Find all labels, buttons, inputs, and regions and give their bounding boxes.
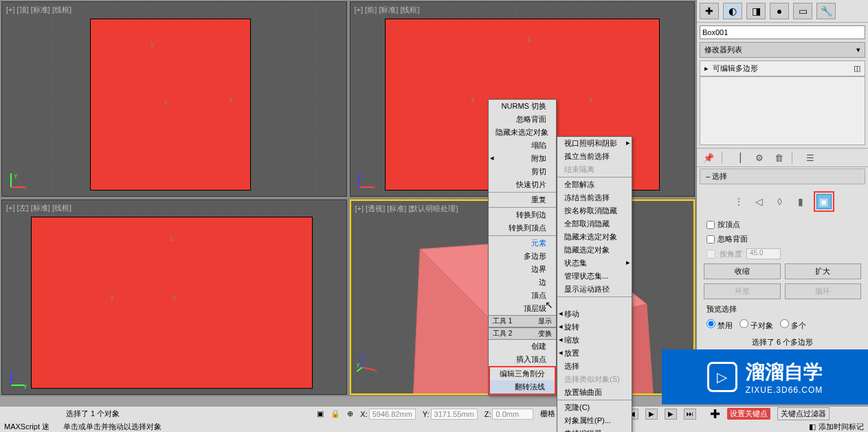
transform-icon[interactable]: ⊕ (347, 409, 353, 418)
coord-z[interactable]: Z:0.0mm (485, 409, 534, 420)
command-panel: ✚ ◐ ◨ ● ▭ 🔧 Box001 修改器列表▾ ▸可编辑多边形◫ 📌 ⎮ ⚙… (696, 0, 868, 399)
menu-item[interactable]: 重复 (489, 193, 556, 206)
menu-item[interactable]: 附加 (489, 152, 556, 165)
menu-item[interactable]: 塌陷 (489, 139, 556, 152)
hierarchy-tab-icon[interactable]: ◨ (746, 3, 766, 19)
menu-item[interactable]: 克隆(C) (557, 401, 632, 414)
menu-item[interactable]: 多边形 (489, 250, 556, 263)
coord-y[interactable]: Y:3171.55mm (423, 409, 478, 420)
modify-tab-icon[interactable]: ◐ (723, 3, 742, 19)
object-plane-top[interactable] (90, 19, 251, 191)
grow-button[interactable]: 扩大 (785, 263, 862, 279)
object-name-field[interactable]: Box001 (700, 25, 865, 39)
axis-gizmo-left: zy (8, 368, 28, 389)
menu-item[interactable]: 隐藏选定对象 (557, 244, 632, 257)
menu-item[interactable]: 隐藏未选定对象 (489, 126, 556, 139)
menu-item[interactable]: 忽略背面 (489, 113, 556, 126)
viewport-front-label[interactable]: [+] [前] [标准] [线框] (355, 5, 420, 15)
create-tab-icon[interactable]: ✚ (700, 3, 719, 19)
set-key-plus-icon[interactable]: ✚ (710, 407, 720, 422)
play-icon[interactable]: ▶ (645, 409, 658, 420)
remove-icon[interactable]: 🗑 (772, 151, 785, 164)
set-key-button[interactable]: 设置关键点 (727, 408, 770, 420)
menu-item[interactable]: 快速切片 (489, 178, 556, 191)
menu-item[interactable]: 转换到边 (489, 208, 556, 222)
border-mode-icon[interactable]: ◊ (772, 194, 788, 209)
goto-end-icon[interactable]: ⏭ (684, 409, 696, 420)
modifier-stack-item[interactable]: ▸可编辑多边形◫ (700, 61, 865, 76)
radio-disable[interactable]: 禁用 (706, 319, 733, 331)
watermark-play-icon: ▷ (707, 362, 737, 392)
menu-item[interactable]: 放置 (557, 347, 632, 360)
menu-item[interactable]: 全部解冻 (557, 178, 632, 191)
menu-item[interactable]: 冻结当前选择 (557, 191, 632, 204)
menu-item[interactable]: 状态集 (557, 257, 632, 270)
edge-mode-icon[interactable]: ◁ (752, 194, 767, 209)
menu-item[interactable]: 管理状态集... (557, 270, 632, 283)
menu-item[interactable]: 剪切 (489, 165, 556, 178)
viewport-persp-label[interactable]: [+] [透视] [标准] [默认明暗处理] (355, 204, 458, 214)
viewport-left-label[interactable]: [+] [左] [标准] [线框] (6, 203, 71, 213)
pin-icon[interactable]: 📌 (702, 151, 715, 164)
modifier-stack-area[interactable] (700, 76, 865, 145)
expand-icon[interactable]: ▸ (704, 64, 709, 73)
selection-info: 选择了 1 个对象 (66, 409, 120, 419)
coord-x[interactable]: X:5946.82mm (360, 409, 416, 420)
element-mode-icon[interactable]: ▣ (816, 194, 832, 209)
shrink-button[interactable]: 收缩 (704, 263, 781, 279)
axis-y: y (151, 41, 154, 48)
vertex-mode-icon[interactable]: ⋮ (731, 194, 746, 209)
maxscript-label[interactable]: MAXScript 迷 (4, 422, 49, 432)
quad-menu-left[interactable]: NURMS 切换 忽略背面 隐藏未选定对象 塌陷 附加 剪切 快速切片 重复 转… (488, 99, 557, 396)
menu-item[interactable]: 孤立当前选择 (557, 150, 632, 163)
isolate-icon[interactable]: ▣ (317, 409, 324, 418)
menu-item[interactable]: 编辑三角剖分 (490, 367, 555, 380)
utilities-tab-icon[interactable]: 🔧 (816, 3, 836, 19)
menu-item[interactable]: 边界 (489, 263, 556, 276)
menu-item[interactable]: 选择 (557, 360, 632, 373)
menu-item[interactable]: 隐藏未选定对象 (557, 230, 632, 244)
viewport-top[interactable]: [+] [顶] [标准] [线框] y x z yx (1, 1, 347, 197)
modifier-list-dropdown[interactable]: 修改器列表▾ (700, 42, 865, 58)
menu-item[interactable]: 创建 (489, 340, 556, 353)
object-plane-left[interactable] (31, 217, 313, 389)
menu-header: 工具 2变换 (489, 327, 556, 340)
menu-item-hover[interactable]: 翻转法线 (490, 380, 555, 393)
show-result-icon[interactable]: ⎮ (734, 151, 746, 164)
menu-item[interactable]: 曲线编辑器... (557, 427, 632, 432)
quad-menu-right[interactable]: 视口照明和阴影 孤立当前选择 结束隔离 全部解冻 冻结当前选择 按名称取消隐藏 … (557, 136, 632, 432)
radio-subobj[interactable]: 子对象 (739, 319, 773, 331)
menu-item[interactable]: 放置轴曲面 (557, 386, 632, 399)
ignore-backfacing-checkbox[interactable]: 忽略背面 (697, 232, 868, 246)
menu-item[interactable]: 边 (489, 276, 556, 289)
menu-item[interactable]: 缩放 (557, 334, 632, 347)
viewport-top-label[interactable]: [+] [顶] [标准] [线框] (6, 5, 71, 15)
polygon-mode-icon[interactable]: ▮ (793, 194, 808, 209)
radio-multiple[interactable]: 多个 (780, 319, 806, 331)
motion-tab-icon[interactable]: ● (770, 3, 789, 19)
configure-icon[interactable]: ☰ (804, 151, 816, 164)
menu-item[interactable]: 移动 (557, 307, 632, 321)
time-tag-icon[interactable]: ◧ (809, 422, 816, 431)
menu-item[interactable]: 视口照明和阴影 (557, 137, 632, 150)
menu-item[interactable]: 旋转 (557, 321, 632, 334)
lock-icon[interactable]: 🔒 (331, 409, 340, 418)
menu-item[interactable]: 插入顶点 (489, 353, 556, 366)
menu-item[interactable]: 全部取消隐藏 (557, 217, 632, 230)
unique-icon[interactable]: ⚙ (753, 151, 766, 164)
axis-x: x (229, 96, 232, 103)
menu-item[interactable]: NURMS 切换 (489, 100, 556, 113)
rollout-selection[interactable]: – 选择 (700, 169, 865, 184)
key-filter-button[interactable]: 关键点过滤器 (777, 407, 830, 420)
svg-text:y: y (14, 172, 17, 178)
add-time-marker[interactable]: 添加时间标记 (819, 422, 864, 432)
menu-item-checked[interactable]: 元素 (489, 237, 556, 250)
menu-item[interactable]: 按名称取消隐藏 (557, 204, 632, 217)
next-frame-icon[interactable]: ▶ (665, 409, 677, 420)
menu-item[interactable]: 显示运动路径 (557, 283, 632, 296)
menu-item[interactable]: 转换到顶点 (489, 222, 556, 235)
menu-item[interactable]: 对象属性(P)... (557, 414, 632, 427)
viewport-left[interactable]: [+] [左] [标准] [线框] z y x zy (1, 199, 347, 395)
display-tab-icon[interactable]: ▭ (793, 3, 812, 19)
by-vertex-checkbox[interactable]: 按顶点 (697, 217, 868, 232)
